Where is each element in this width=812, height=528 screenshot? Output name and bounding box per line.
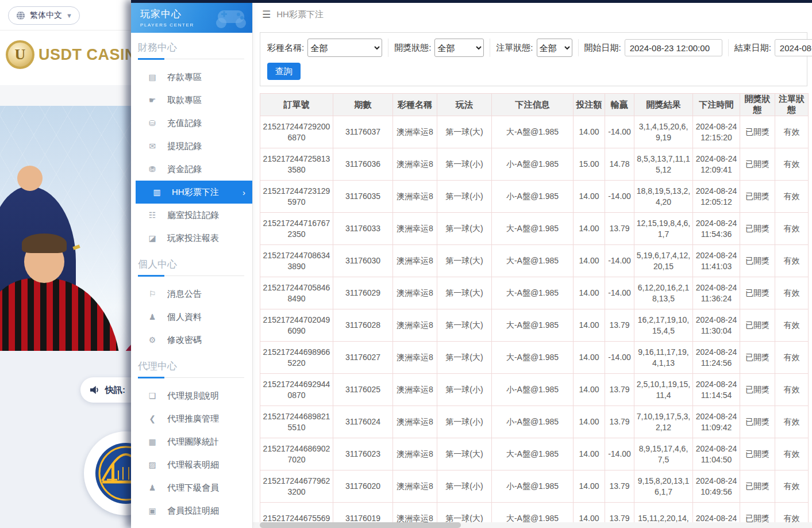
sidebar-item[interactable]: ▣會員投註明細: [131, 499, 252, 522]
filter-start-date: 開始日期:: [578, 39, 728, 56]
table-cell: 14.00: [574, 342, 605, 374]
table-cell: 已開獎: [740, 374, 775, 406]
table-cell: 澳洲幸运8: [393, 406, 437, 438]
main-header: ☰ HH彩票下注: [253, 0, 812, 29]
table-cell: 澳洲幸运8: [393, 309, 437, 342]
filter-bar: 彩種名稱: 全部 開獎狀態: 全部 注單狀態: 全部: [260, 32, 807, 86]
funds-record-icon: ⛃: [147, 164, 157, 174]
language-selector[interactable]: 繁体中文 ▼: [8, 6, 80, 25]
table-cell: 16,2,17,19,10,15,4,5: [634, 309, 693, 342]
table-cell: 2152172446989665220: [260, 342, 333, 374]
table-cell: 14.00: [574, 245, 605, 277]
sidebar-item[interactable]: ⛃資金記錄: [131, 158, 252, 181]
sidebar-item-label: 充值記錄: [167, 118, 202, 129]
table-cell: 2024-08-24 11:30:04: [693, 309, 740, 342]
table-cell: 2024-08-24 11:24:56: [693, 342, 740, 374]
sidebar-item[interactable]: ▥HH彩票下注›: [136, 181, 252, 204]
table-cell: 2152172447167672350: [260, 213, 333, 245]
sidebar-item[interactable]: ☷廳室投註記錄: [131, 204, 252, 227]
filter-label: 彩種名稱:: [267, 43, 304, 53]
speaker-icon: [90, 385, 100, 395]
end-date-input[interactable]: [775, 39, 812, 56]
table-cell: 2024-08-24 12:05:12: [693, 181, 740, 213]
lottery-type-select[interactable]: 全部: [307, 39, 382, 57]
order-status-select[interactable]: 全部: [537, 39, 572, 57]
table-cell: 澳洲幸运8: [393, 148, 437, 181]
sidebar-item[interactable]: ☛取款專區: [131, 89, 252, 112]
sidebar-item-label: 修改密碼: [167, 335, 202, 346]
table-cell: 14.00: [574, 277, 605, 309]
draw-status-select[interactable]: 全部: [434, 39, 484, 57]
sidebar-item[interactable]: ✉提現記錄: [131, 135, 252, 158]
share-icon: ❮: [147, 414, 157, 423]
sidebar-item[interactable]: ❏代理規則說明: [131, 384, 252, 407]
sidebar-item-label: 資金記錄: [167, 164, 202, 175]
sidebar-item[interactable]: ♟個人資料: [131, 305, 252, 328]
table-cell: 31176028: [333, 309, 393, 342]
table-cell: 2024-08-24 11:41:03: [693, 245, 740, 277]
sidebar-item-label: 代理下級會員: [167, 483, 219, 493]
sidebar-item-label: 玩家投注報表: [167, 233, 219, 244]
table-cell: 2,5,10,1,19,15,11,4: [634, 374, 693, 406]
sidebar-item[interactable]: ♟代理下級會員: [131, 476, 252, 499]
column-header: 開獎結果: [634, 94, 693, 116]
sidebar-item[interactable]: ▤存款專區: [131, 66, 252, 89]
table-cell: -14.00: [605, 116, 634, 148]
table-cell: 第一球(大): [437, 213, 492, 245]
page: 繁体中文 ▼ U USDT CASINO: [0, 0, 812, 528]
sidebar-item[interactable]: ▦代理團隊統計: [131, 430, 252, 453]
table-cell: 澳洲幸运8: [393, 277, 437, 309]
table-cell: 澳洲幸运8: [393, 374, 437, 406]
table-cell: 大-A盤@1.985: [492, 309, 574, 342]
table-cell: 9,16,11,17,19,4,1,13: [634, 342, 693, 374]
table-cell: 2024-08-24 12:09:41: [693, 148, 740, 181]
section-underline: [138, 377, 244, 378]
table-cell: 有效: [775, 116, 809, 148]
sidebar-item[interactable]: ❮代理推廣管理: [131, 407, 252, 430]
sidebar-item-label: 消息公告: [167, 289, 202, 300]
horizontal-scrollbar[interactable]: [253, 522, 812, 528]
sidebar-item[interactable]: ▨代理報表明細: [131, 453, 252, 476]
withdrawal-record-icon: ✉: [147, 141, 157, 151]
table-cell: 13.79: [605, 374, 634, 406]
sidebar-item-label: 存款專區: [167, 72, 202, 83]
table-cell: 14.00: [574, 374, 605, 406]
query-button[interactable]: 查詢: [267, 63, 301, 80]
sidebar-item[interactable]: ☰會員交易明細: [131, 522, 252, 528]
table-cell: 6,12,20,16,2,18,13,5: [634, 277, 693, 309]
page-title: HH彩票下注: [276, 9, 324, 20]
sidebar-item[interactable]: ⚐消息公告: [131, 282, 252, 305]
filter-lottery-type: 彩種名稱: 全部: [267, 39, 388, 57]
table-cell: 31176037: [333, 116, 393, 148]
table-cell: 12,15,19,8,4,6,1,7: [634, 213, 693, 245]
table-cell: 有效: [775, 374, 809, 406]
table-cell: 已開獎: [740, 116, 775, 148]
hall-bet-record-icon: ☷: [147, 211, 157, 220]
table-row: 215217244702049609031176028澳洲幸运8第一球(大)大-…: [260, 309, 809, 342]
sidebar-item[interactable]: ◪玩家投注報表: [131, 227, 252, 250]
main-panel: ☰ HH彩票下注 彩種名稱: 全部 開獎狀態: 全部 注單狀態:: [253, 0, 812, 528]
table-header-row: 訂單號期數彩種名稱玩法下注信息投注額輸贏開獎結果下注時間開獎狀態注單狀態: [260, 94, 809, 116]
filter-end-date: 結束日期:: [728, 39, 812, 56]
language-label: 繁体中文: [30, 10, 62, 21]
table-cell: 18,8,19,5,13,2,4,20: [634, 181, 693, 213]
table-cell: 31176023: [333, 438, 393, 470]
table-cell: 2024-08-24 11:04:50: [693, 438, 740, 470]
scrollbar-thumb[interactable]: [260, 522, 461, 528]
sidebar-item[interactable]: ⚙修改密碼: [131, 328, 252, 351]
sidebar-item[interactable]: ⛁充值記錄: [131, 112, 252, 135]
table-cell: -14.00: [605, 245, 634, 277]
start-date-input[interactable]: [625, 39, 722, 56]
bets-table: 訂單號期數彩種名稱玩法下注信息投注額輸贏開獎結果下注時間開獎狀態注單狀態 215…: [260, 93, 809, 528]
table-cell: 第一球(小): [437, 470, 492, 503]
table-cell: 9,15,8,20,13,16,1,7: [634, 470, 693, 503]
column-header: 下注時間: [693, 94, 740, 116]
table-cell: 已開獎: [740, 245, 775, 277]
filter-order-status: 注單狀態: 全部: [490, 39, 578, 57]
menu-toggle-icon[interactable]: ☰: [262, 9, 271, 21]
globe-icon: [16, 10, 26, 21]
table-cell: 8,9,15,17,4,6,7,5: [634, 438, 693, 470]
table-cell: 2152172447058468490: [260, 277, 333, 309]
site-logo[interactable]: U USDT CASINO: [6, 40, 149, 69]
filter-label: 結束日期:: [734, 43, 771, 53]
